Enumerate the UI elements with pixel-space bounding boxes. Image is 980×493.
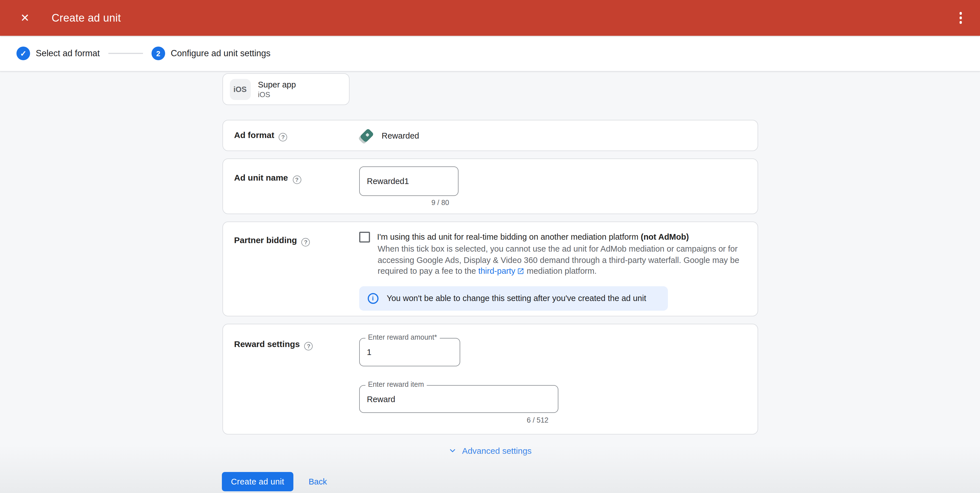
app-card: iOS Super app iOS	[222, 73, 349, 105]
partner-bidding-description: When this tick box is selected, you cann…	[378, 244, 740, 278]
step-configure-settings[interactable]: 2 Configure ad unit settings	[151, 46, 270, 60]
section-reward-settings: Reward settings? Enter reward amount* En…	[222, 324, 758, 434]
reward-item-counter: 6 / 512	[359, 416, 549, 424]
rewarded-format-icon	[359, 128, 374, 143]
partner-bidding-checkbox[interactable]	[359, 232, 370, 243]
close-icon: ✕	[21, 12, 30, 24]
external-link-icon	[517, 267, 524, 278]
ad-format-label: Ad format	[234, 130, 274, 139]
bottom-gradient	[0, 444, 980, 493]
footer-actions: Create ad unit Back	[222, 472, 327, 491]
reward-item-input[interactable]	[360, 394, 558, 404]
help-icon[interactable]: ?	[304, 342, 313, 351]
info-banner-text: You won't be able to change this setting…	[387, 294, 646, 303]
ios-platform-icon: iOS	[229, 79, 251, 100]
reward-item-field: Enter reward item	[359, 385, 558, 413]
info-icon: i	[368, 293, 378, 303]
app-bar: ✕ Create ad unit	[0, 0, 980, 36]
ad-format-value-text: Rewarded	[382, 131, 419, 140]
section-partner-bidding: Partner bidding? I'm using this ad unit …	[222, 222, 758, 316]
kebab-menu-icon	[959, 12, 962, 24]
ad-unit-name-label: Ad unit name	[234, 173, 288, 182]
create-ad-unit-page: ✕ Create ad unit ✓ Select ad format 2 Co…	[0, 0, 980, 493]
section-ad-format: Ad format? Rewarded	[222, 120, 758, 151]
reward-amount-floating-label: Enter reward amount*	[365, 333, 440, 341]
reward-amount-input[interactable]	[360, 348, 459, 357]
help-icon[interactable]: ?	[302, 238, 310, 247]
step-select-ad-format[interactable]: ✓ Select ad format	[16, 46, 100, 60]
section-ad-unit-name: Ad unit name? 9 / 80	[222, 158, 758, 214]
step-connector	[108, 53, 143, 54]
step-completed-check-icon: ✓	[16, 46, 30, 60]
help-icon[interactable]: ?	[293, 176, 301, 184]
back-button[interactable]: Back	[309, 477, 327, 486]
ad-unit-name-input[interactable]	[359, 166, 458, 196]
stepper: ✓ Select ad format 2 Configure ad unit s…	[0, 36, 980, 72]
step1-label: Select ad format	[36, 48, 100, 59]
step2-label: Configure ad unit settings	[171, 48, 270, 59]
third-party-link[interactable]: third-party	[478, 266, 515, 276]
app-platform: iOS	[258, 90, 296, 99]
help-icon[interactable]: ?	[279, 132, 287, 141]
step2-number-badge: 2	[151, 46, 165, 60]
app-name: Super app	[258, 80, 296, 89]
close-button[interactable]: ✕	[19, 12, 31, 24]
info-banner: i You won't be able to change this setti…	[359, 286, 668, 310]
reward-settings-label: Reward settings	[234, 339, 300, 349]
ad-unit-name-counter: 9 / 80	[359, 199, 449, 207]
reward-amount-field: Enter reward amount*	[359, 338, 460, 366]
page-title: Create ad unit	[52, 12, 121, 24]
create-ad-unit-button[interactable]: Create ad unit	[222, 472, 293, 491]
ad-format-value: Rewarded	[359, 128, 757, 143]
main-content: iOS Super app iOS Ad format? Rewarded	[222, 72, 758, 457]
reward-item-floating-label: Enter reward item	[365, 381, 427, 388]
overflow-menu-button[interactable]	[956, 9, 965, 27]
partner-bidding-label: Partner bidding	[234, 235, 297, 245]
partner-bidding-checkbox-label: I'm using this ad unit for real-time bid…	[377, 231, 689, 243]
